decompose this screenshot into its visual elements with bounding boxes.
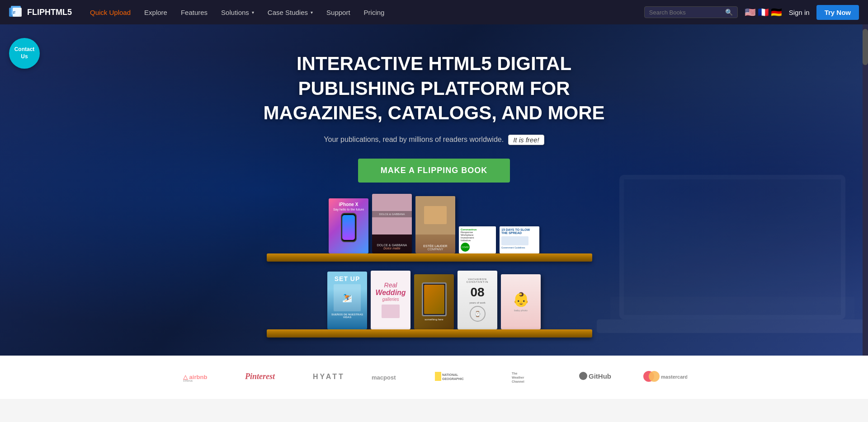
make-flipping-book-button[interactable]: MAKE A FLIPPING BOOK: [358, 159, 510, 183]
nav-solutions[interactable]: Solutions ▾: [221, 9, 254, 16]
partner-pinterest: Pinterest: [244, 369, 285, 385]
partner-macpost: macpost: [371, 370, 407, 385]
hero-section: Contact Us INTERACTIVE HTML5 DIGITAL PUB…: [0, 24, 868, 356]
books-row-2: SET UP ⛷️ SUEÑOS DE NUESTRAS VIDAS Real …: [271, 271, 597, 338]
svg-text:Channel: Channel: [512, 380, 524, 383]
svg-point-19: [579, 372, 587, 380]
nav-links: Quick Upload Explore Features Solutions …: [90, 9, 644, 16]
partner-natgeo: NATIONAL GEOGRAPHIC: [434, 370, 484, 385]
bookshelf-2: SET UP ⛷️ SUEÑOS DE NUESTRAS VIDAS Real …: [271, 271, 597, 338]
book-wedding[interactable]: Real Wedding galleries: [371, 271, 410, 329]
book-baby[interactable]: 👶 baby photo: [501, 274, 541, 329]
nav-support[interactable]: Support: [326, 9, 350, 16]
books-row-1: iPhone X Say hello to the future DOLCE &…: [271, 194, 597, 262]
footer-area: [0, 399, 868, 422]
svg-text:F: F: [13, 10, 16, 15]
search-icon: 🔍: [725, 9, 733, 16]
try-now-button[interactable]: Try Now: [816, 5, 859, 20]
flag-us[interactable]: 🇺🇸: [745, 7, 756, 18]
laptop-decoration: [574, 152, 868, 356]
book-setup[interactable]: SET UP ⛷️ SUEÑOS DE NUESTRAS VIDAS: [327, 272, 367, 329]
partner-github: GitHub: [579, 369, 615, 385]
svg-rect-6: [597, 319, 868, 333]
book-iphone[interactable]: iPhone X Say hello to the future: [329, 198, 368, 253]
logo[interactable]: F FLIPHTML5: [9, 6, 72, 19]
svg-text:Weather: Weather: [512, 376, 524, 379]
svg-rect-5: [624, 179, 841, 315]
nav-quick-upload[interactable]: Quick Upload: [90, 9, 131, 16]
contact-us-button[interactable]: Contact Us: [9, 38, 40, 69]
partner-airbnb: △ airbnb china: [181, 369, 217, 385]
nav-pricing[interactable]: Pricing: [364, 9, 385, 16]
search-box[interactable]: 🔍: [644, 6, 738, 18]
svg-text:GitHub: GitHub: [589, 372, 611, 380]
svg-text:macpost: macpost: [372, 374, 396, 381]
nav-features[interactable]: Features: [181, 9, 208, 16]
partner-hyatt: HYATT: [312, 369, 344, 385]
logo-icon: F: [9, 6, 24, 19]
book-vacheron[interactable]: VACHERON CONSTANTIN 08 years of work ⌚: [458, 271, 497, 329]
book-estee[interactable]: ESTÉE LAUDER COMPANY: [415, 196, 455, 253]
svg-text:china: china: [183, 379, 193, 383]
book-dolce[interactable]: DOLCE & GABBANA DOLCE & GABBANA Dolce ma…: [372, 194, 412, 253]
svg-text:mastercard: mastercard: [661, 374, 687, 380]
book-covid[interactable]: Coronavirus Response Workplace Investmen…: [459, 226, 496, 253]
svg-text:Pinterest: Pinterest: [245, 372, 275, 381]
hero-content: INTERACTIVE HTML5 DIGITAL PUBLISHING PLA…: [253, 52, 615, 183]
svg-rect-13: [435, 372, 441, 381]
shelf-board-2: [267, 329, 592, 338]
free-badge: It is free!: [508, 135, 544, 145]
partners-section: △ airbnb china Pinterest HYATT macpost N…: [0, 356, 868, 399]
chevron-down-icon: ▾: [311, 10, 313, 15]
partner-weather: The Weather Channel: [511, 369, 552, 385]
svg-text:The: The: [512, 372, 518, 375]
scrollbar[interactable]: [863, 24, 868, 356]
book-tablet[interactable]: something here: [414, 274, 454, 329]
chevron-down-icon: ▾: [252, 10, 254, 15]
bookshelf-1: iPhone X Say hello to the future DOLCE &…: [271, 194, 597, 262]
hero-subtitle: Your publications, read by millions of r…: [253, 135, 615, 145]
nav-explore[interactable]: Explore: [144, 9, 167, 16]
hero-title: INTERACTIVE HTML5 DIGITAL PUBLISHING PLA…: [253, 52, 615, 126]
flag-fr[interactable]: 🇫🇷: [758, 7, 769, 18]
svg-rect-7: [610, 297, 854, 319]
logo-text: FLIPHTML5: [27, 8, 72, 17]
partner-mastercard: mastercard: [642, 370, 687, 385]
svg-text:NATIONAL: NATIONAL: [442, 373, 458, 376]
search-input[interactable]: [649, 9, 722, 16]
language-flags: 🇺🇸 🇫🇷 🇩🇪: [745, 7, 782, 18]
scrollbar-thumb[interactable]: [863, 29, 868, 65]
svg-point-22: [649, 371, 660, 382]
nav-right: 🔍 🇺🇸 🇫🇷 🇩🇪 Sign in Try Now: [644, 5, 859, 20]
signin-button[interactable]: Sign in: [789, 9, 810, 16]
navbar: F FLIPHTML5 Quick Upload Explore Feature…: [0, 0, 868, 24]
svg-text:HYATT: HYATT: [313, 373, 344, 380]
flag-de[interactable]: 🇩🇪: [771, 7, 782, 18]
nav-case-studies[interactable]: Case Studies ▾: [268, 9, 313, 16]
shelf-board-1: [267, 253, 592, 262]
book-15days[interactable]: 15 DAYS TO SLOW THE SPREAD Government Gu…: [500, 226, 539, 253]
svg-text:GEOGRAPHIC: GEOGRAPHIC: [442, 377, 464, 380]
